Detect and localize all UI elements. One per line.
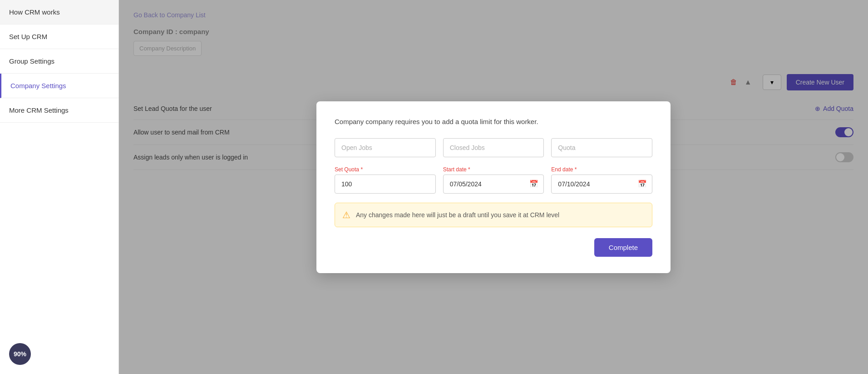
sidebar-item-label: Company Settings xyxy=(10,82,66,90)
warning-icon: ⚠ xyxy=(342,209,350,220)
sidebar-item-label: More CRM Settings xyxy=(9,106,69,114)
start-date-field: Start date * 📅 xyxy=(443,166,544,194)
sidebar-item-more-crm-settings[interactable]: More CRM Settings xyxy=(0,98,118,123)
sidebar-item-group-settings[interactable]: Group Settings xyxy=(0,49,118,74)
end-date-field: End date * 📅 xyxy=(551,166,652,194)
modal-description: Company company requires you to add a qu… xyxy=(335,118,652,125)
set-quota-input[interactable] xyxy=(335,175,436,194)
closed-jobs-input[interactable] xyxy=(443,138,544,157)
closed-jobs-field xyxy=(443,138,544,157)
open-jobs-field xyxy=(335,138,436,157)
modal-bottom-fields-row: Set Quota * Start date * 📅 End date * xyxy=(335,166,652,194)
warning-text: Any changes made here will just be a dra… xyxy=(356,211,559,219)
quota-modal: Company company requires you to add a qu… xyxy=(316,101,671,273)
set-quota-field: Set Quota * xyxy=(335,166,436,194)
quota-input[interactable] xyxy=(551,138,652,157)
sidebar: How CRM works Set Up CRM Group Settings … xyxy=(0,0,119,374)
main-content: Go Back to Company List Company ID : com… xyxy=(119,0,868,374)
sidebar-item-label: Group Settings xyxy=(9,57,54,65)
quota-field xyxy=(551,138,652,157)
modal-top-fields-row xyxy=(335,138,652,157)
sidebar-item-company-settings[interactable]: Company Settings xyxy=(0,74,118,98)
progress-badge: 90% xyxy=(9,343,31,365)
sidebar-item-label: How CRM works xyxy=(9,8,60,16)
start-date-wrapper: 📅 xyxy=(443,175,544,194)
modal-overlay: Company company requires you to add a qu… xyxy=(119,0,868,374)
warning-box: ⚠ Any changes made here will just be a d… xyxy=(335,203,652,227)
start-date-calendar-icon[interactable]: 📅 xyxy=(529,180,538,188)
set-quota-label: Set Quota * xyxy=(335,166,436,173)
end-date-calendar-icon[interactable]: 📅 xyxy=(638,180,647,188)
open-jobs-input[interactable] xyxy=(335,138,436,157)
complete-button[interactable]: Complete xyxy=(594,238,652,257)
start-date-label: Start date * xyxy=(443,166,544,173)
sidebar-item-label: Set Up CRM xyxy=(9,33,47,40)
modal-footer: Complete xyxy=(335,238,652,257)
sidebar-item-how-crm-works[interactable]: How CRM works xyxy=(0,0,118,25)
end-date-label: End date * xyxy=(551,166,652,173)
sidebar-item-set-up-crm[interactable]: Set Up CRM xyxy=(0,25,118,49)
end-date-wrapper: 📅 xyxy=(551,175,652,194)
start-date-input[interactable] xyxy=(443,175,544,194)
end-date-input[interactable] xyxy=(551,175,652,194)
